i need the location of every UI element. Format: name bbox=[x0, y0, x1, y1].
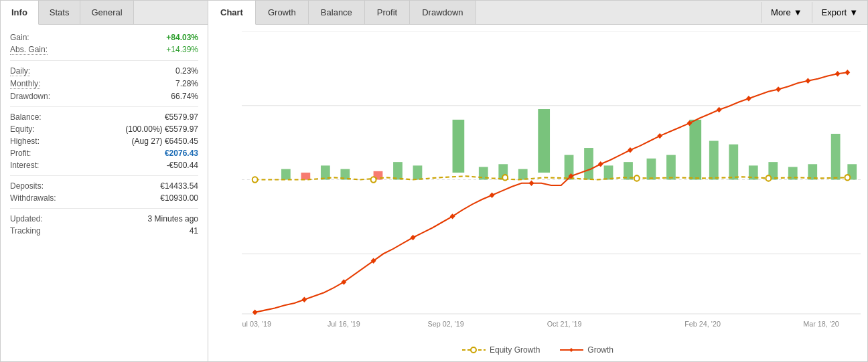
svg-rect-21 bbox=[393, 162, 403, 179]
legend-growth-label: Growth bbox=[587, 345, 613, 355]
svg-rect-41 bbox=[831, 134, 841, 180]
highest-row: Highest: (Aug 27) €6450.45 bbox=[10, 137, 198, 146]
tracking-label: Tracking bbox=[10, 226, 41, 236]
svg-marker-53 bbox=[411, 235, 416, 240]
left-tabs: Info Stats General bbox=[1, 1, 208, 25]
balance-label: Balance: bbox=[10, 112, 42, 122]
withdrawals-label: Withdrawals: bbox=[10, 193, 56, 203]
interest-value: -€500.44 bbox=[167, 161, 198, 170]
gain-row: Gain: +84.03% bbox=[10, 33, 198, 42]
profit-row: Profit: €2076.43 bbox=[10, 149, 198, 158]
legend-growth-line-icon bbox=[560, 346, 583, 354]
svg-point-44 bbox=[371, 177, 376, 182]
interest-row: Interest: -€500.44 bbox=[10, 161, 198, 170]
svg-point-46 bbox=[634, 175, 640, 181]
svg-rect-35 bbox=[709, 141, 719, 179]
updated-label: Updated: bbox=[10, 214, 43, 223]
svg-rect-36 bbox=[729, 145, 738, 180]
more-button[interactable]: More ▼ bbox=[762, 2, 812, 23]
chart-tab-profit[interactable]: Profit bbox=[365, 1, 410, 24]
svg-point-45 bbox=[502, 175, 508, 180]
info-content: Gain: +84.03% Abs. Gain: +14.39% Daily: … bbox=[1, 25, 208, 361]
svg-marker-71 bbox=[569, 348, 573, 352]
legend-equity-growth: Equity Growth bbox=[462, 345, 540, 355]
left-panel: Info Stats General Gain: +84.03% Abs. Ga… bbox=[1, 1, 208, 361]
svg-text:Mar 18, '20: Mar 18, '20 bbox=[803, 320, 839, 328]
abs-gain-row: Abs. Gain: +14.39% bbox=[10, 45, 198, 55]
equity-label: Equity: bbox=[10, 124, 35, 134]
svg-marker-50 bbox=[301, 297, 307, 302]
svg-marker-64 bbox=[776, 86, 781, 92]
svg-point-43 bbox=[252, 177, 258, 182]
right-panel: Chart Growth Balance Profit Drawdown Mor… bbox=[208, 1, 867, 361]
chart-tab-drawdown[interactable]: Drawdown bbox=[410, 1, 476, 24]
svg-marker-66 bbox=[835, 71, 841, 76]
export-label: Export bbox=[822, 7, 847, 17]
svg-rect-30 bbox=[604, 165, 613, 179]
svg-point-48 bbox=[845, 175, 850, 180]
svg-point-47 bbox=[766, 175, 771, 181]
deposits-label: Deposits: bbox=[10, 181, 44, 191]
chart-svg: 100% 75% 50% 25% 0% Jul 03, '19 Jul 16, … bbox=[242, 31, 861, 328]
monthly-row: Monthly: 7.28% bbox=[10, 79, 198, 89]
svg-rect-23 bbox=[453, 120, 465, 173]
highest-label: Highest: bbox=[10, 137, 40, 146]
export-button[interactable]: Export ▼ bbox=[812, 2, 867, 23]
chart-area: 100% 75% 50% 25% 0% Jul 03, '19 Jul 16, … bbox=[208, 25, 867, 361]
drawdown-value: 66.74% bbox=[171, 92, 198, 101]
profit-value: €2076.43 bbox=[165, 149, 198, 158]
tracking-value: 41 bbox=[190, 226, 198, 236]
withdrawals-row: Withdrawals: €10930.00 bbox=[10, 193, 198, 203]
svg-marker-59 bbox=[628, 147, 633, 153]
svg-rect-17 bbox=[301, 173, 310, 180]
balance-row: Balance: €5579.97 bbox=[10, 112, 198, 122]
abs-gain-label: Abs. Gain: bbox=[10, 45, 48, 55]
interest-label: Interest: bbox=[10, 161, 39, 170]
svg-rect-29 bbox=[584, 148, 593, 179]
svg-text:Jul 16, '19: Jul 16, '19 bbox=[328, 320, 360, 328]
svg-marker-56 bbox=[529, 181, 534, 186]
svg-rect-26 bbox=[518, 169, 528, 180]
withdrawals-value: €10930.00 bbox=[160, 193, 198, 203]
svg-marker-63 bbox=[746, 96, 751, 101]
svg-marker-60 bbox=[657, 133, 662, 139]
chart-tab-balance[interactable]: Balance bbox=[309, 1, 365, 24]
chevron-down-icon: ▼ bbox=[794, 7, 802, 17]
equity-value: (100.00%) €5579.97 bbox=[125, 124, 198, 134]
drawdown-row: Drawdown: 66.74% bbox=[10, 92, 198, 101]
svg-rect-34 bbox=[689, 120, 701, 180]
tab-info[interactable]: Info bbox=[1, 1, 39, 25]
abs-gain-value: +14.39% bbox=[166, 45, 198, 54]
svg-marker-58 bbox=[598, 161, 603, 167]
deposits-value: €14433.54 bbox=[160, 181, 198, 191]
tab-general[interactable]: General bbox=[80, 1, 133, 24]
svg-text:Oct 21, '19: Oct 21, '19 bbox=[547, 320, 582, 328]
svg-rect-16 bbox=[281, 169, 291, 180]
gain-label: Gain: bbox=[10, 33, 29, 42]
svg-rect-27 bbox=[538, 109, 550, 173]
more-label: More bbox=[771, 7, 791, 17]
svg-rect-32 bbox=[647, 159, 656, 180]
daily-value: 0.23% bbox=[175, 66, 198, 76]
svg-text:Jul 03, '19: Jul 03, '19 bbox=[242, 320, 271, 328]
monthly-label: Monthly: bbox=[10, 79, 40, 89]
tracking-row: Tracking 41 bbox=[10, 226, 198, 236]
svg-marker-62 bbox=[717, 107, 722, 112]
updated-value: 3 Minutes ago bbox=[148, 214, 198, 223]
daily-label: Daily: bbox=[10, 66, 30, 76]
svg-text:Sep 02, '19: Sep 02, '19 bbox=[428, 320, 464, 328]
svg-marker-65 bbox=[805, 78, 810, 84]
tab-stats[interactable]: Stats bbox=[39, 1, 81, 24]
profit-label: Profit: bbox=[10, 149, 31, 158]
svg-marker-67 bbox=[845, 70, 850, 75]
chart-tab-chart[interactable]: Chart bbox=[208, 1, 256, 25]
svg-rect-33 bbox=[666, 155, 676, 180]
chart-tab-growth[interactable]: Growth bbox=[256, 1, 309, 24]
svg-marker-49 bbox=[252, 310, 258, 315]
updated-row: Updated: 3 Minutes ago bbox=[10, 214, 198, 223]
equity-row: Equity: (100.00%) €5579.97 bbox=[10, 124, 198, 134]
legend-equity-growth-label: Equity Growth bbox=[490, 345, 540, 355]
gain-value: +84.03% bbox=[166, 33, 198, 42]
drawdown-label: Drawdown: bbox=[10, 92, 50, 101]
balance-value: €5579.97 bbox=[165, 112, 198, 122]
